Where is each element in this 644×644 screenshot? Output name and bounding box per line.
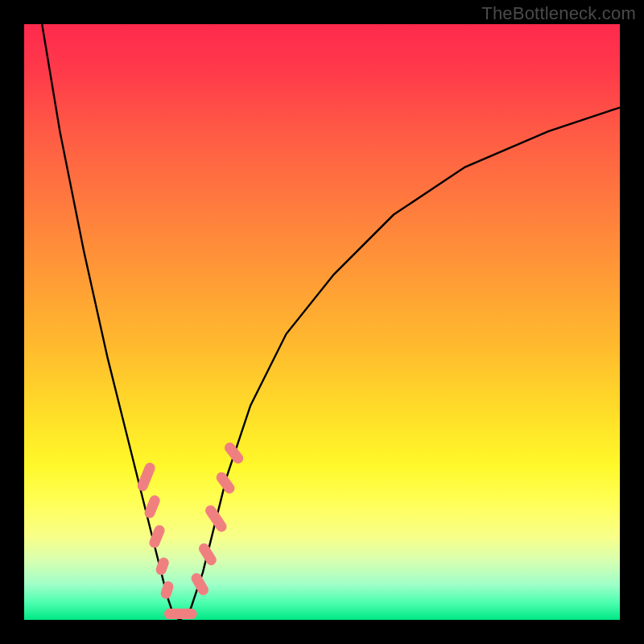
curve-marker	[214, 470, 237, 496]
watermark-text: TheBottleneck.com	[481, 3, 636, 24]
curve-marker	[164, 609, 188, 619]
chart-frame: TheBottleneck.com	[0, 0, 644, 644]
bottleneck-curve-svg	[24, 24, 620, 620]
marker-layer	[136, 440, 246, 619]
curve-marker	[189, 572, 210, 597]
curve-marker	[204, 503, 229, 534]
plot-area	[24, 24, 620, 620]
svg-rect-6	[173, 609, 197, 619]
curve-marker	[147, 523, 166, 549]
svg-rect-8	[197, 542, 219, 568]
curve-marker	[136, 461, 157, 493]
curve-marker	[143, 493, 162, 519]
curve-marker	[222, 440, 245, 465]
svg-rect-9	[204, 503, 229, 534]
bottleneck-curve-path	[42, 24, 620, 620]
svg-rect-0	[136, 461, 157, 493]
curve-layer	[42, 24, 620, 620]
svg-rect-2	[147, 523, 166, 549]
curve-marker	[173, 609, 197, 619]
svg-rect-3	[155, 556, 171, 576]
curve-marker	[197, 542, 219, 568]
svg-rect-4	[159, 580, 175, 600]
svg-rect-11	[222, 440, 245, 465]
curve-marker	[159, 580, 175, 600]
curve-marker	[155, 556, 171, 576]
svg-rect-10	[214, 470, 237, 496]
svg-rect-1	[143, 493, 162, 519]
svg-rect-7	[189, 572, 210, 597]
svg-rect-5	[164, 609, 188, 619]
